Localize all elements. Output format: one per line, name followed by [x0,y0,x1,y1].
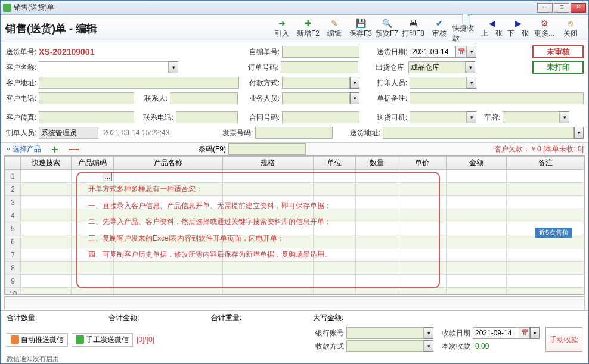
grid-cell[interactable] [446,288,506,295]
grid-cell[interactable] [355,196,398,209]
next-button[interactable]: ▶下一张 [505,15,531,42]
grid-cell[interactable] [355,170,398,183]
grid-cell[interactable] [114,275,222,288]
grid-header[interactable]: 快速搜索 [21,157,72,170]
table-row[interactable]: 4 [5,209,584,222]
grid-cell[interactable] [446,262,506,275]
grid-cell[interactable] [355,262,398,275]
grid-cell[interactable] [507,248,584,262]
grid-cell[interactable] [398,209,446,222]
grid-cell[interactable] [398,170,446,183]
grid-cell[interactable] [313,235,355,248]
printer-dropdown[interactable]: ▾ [467,77,476,89]
grid-cell[interactable] [72,222,114,235]
input-delivery-date[interactable] [410,46,456,58]
plate-dropdown[interactable]: ▾ [560,111,569,123]
quickpay-button[interactable]: 📄快捷收款 [452,15,479,42]
grid-cell[interactable] [398,196,446,209]
input-contact-phone[interactable] [176,111,238,123]
close-button[interactable]: ✕ [571,3,586,13]
grid-cell[interactable] [72,275,114,288]
grid-header[interactable]: 单位 [313,157,355,170]
input-driver[interactable] [410,111,467,123]
input-phone[interactable] [39,92,134,104]
grid-cell[interactable] [222,209,313,222]
input-contract[interactable] [282,111,359,123]
table-row[interactable]: 6 [5,235,584,248]
grid-cell[interactable] [507,209,584,222]
grid-cell[interactable] [355,183,398,196]
grid-cell[interactable] [398,275,446,288]
grid-cell[interactable] [355,248,398,262]
grid-cell[interactable] [355,275,398,288]
grid-cell[interactable] [72,262,114,275]
input-out-wh[interactable] [408,61,466,73]
grid-cell[interactable] [222,275,313,288]
table-row[interactable]: 10 [5,288,584,295]
input-self-no[interactable] [282,46,359,58]
grid-cell[interactable] [398,222,446,235]
grid-cell[interactable] [446,183,506,196]
grid-cell[interactable] [355,235,398,248]
grid-cell[interactable] [507,196,584,209]
grid-cell[interactable] [313,209,355,222]
grid-header[interactable]: 产品名称 [114,157,222,170]
input-barcode[interactable] [228,143,306,155]
grid-cell[interactable] [446,196,506,209]
grid-cell[interactable] [398,235,446,248]
grid-cell[interactable] [72,196,114,209]
grid-cell[interactable] [21,288,72,295]
select-product-link[interactable]: 选择产品 [13,144,41,154]
grid-header[interactable] [5,157,21,170]
input-fax[interactable] [39,111,134,123]
input-ship-addr[interactable] [383,127,574,139]
print-button[interactable]: 🖶打印F8 [400,15,426,42]
grid-cell[interactable] [222,196,313,209]
grid-header[interactable]: 产品编码 [72,157,114,170]
input-plate[interactable] [503,111,560,123]
maximize-button[interactable]: □ [554,3,569,13]
input-bank[interactable] [346,327,424,339]
grid-cell[interactable] [222,170,313,183]
grid-header[interactable]: 规格 [222,157,313,170]
grid-cell[interactable] [222,262,313,275]
grid-cell[interactable] [507,170,584,183]
grid-cell[interactable] [21,275,72,288]
grid-cell[interactable] [222,288,313,295]
grid-cell[interactable] [507,288,584,295]
prev-button[interactable]: ◀上一张 [479,15,505,42]
input-contact[interactable] [170,92,238,104]
driver-dropdown[interactable]: ▾ [467,111,476,123]
grid-cell[interactable] [398,262,446,275]
grid-cell[interactable] [398,183,446,196]
grid-cell[interactable] [222,248,313,262]
grid-header[interactable]: 单价 [398,157,446,170]
grid-cell[interactable] [114,235,222,248]
table-row[interactable]: 9 [5,275,584,288]
grid-cell[interactable] [114,248,222,262]
preview-button[interactable]: 🔍预览F7 [374,15,400,42]
grid-cell[interactable] [507,183,584,196]
grid-cell[interactable] [114,196,222,209]
minimize-button[interactable]: ─ [537,3,553,13]
grid-cell[interactable] [21,196,72,209]
grid-cell[interactable]: ... [72,170,114,183]
grid-cell[interactable] [313,288,355,295]
grid-cell[interactable] [446,170,506,183]
grid-cell[interactable] [21,183,72,196]
paymethod-dropdown[interactable]: ▾ [350,77,359,89]
input-invoice[interactable] [255,127,333,139]
input-addr[interactable] [39,77,239,89]
input-order-no[interactable] [281,61,358,73]
shipaddr-dropdown[interactable]: ▾ [574,127,584,139]
grid-cell[interactable] [313,248,355,262]
grid-header[interactable]: 金额 [446,157,506,170]
recv-date-picker[interactable]: 📅 ▾ [473,327,540,339]
grid-cell[interactable] [313,196,355,209]
grid-header[interactable]: 数量 [355,157,398,170]
grid-cell[interactable] [114,262,222,275]
recvdate-dropdown[interactable]: ▾ [530,327,540,339]
bank-dropdown[interactable]: ▾ [424,327,433,339]
manual-receive-button[interactable]: 手动收款 [545,327,582,352]
sales-dropdown[interactable]: ▾ [350,92,359,104]
